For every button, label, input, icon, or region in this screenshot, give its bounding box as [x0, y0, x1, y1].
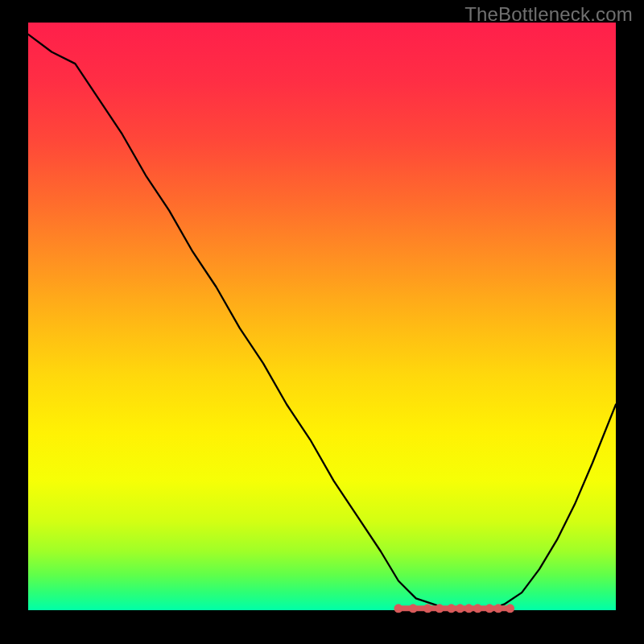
optimal-range-dot	[394, 604, 402, 613]
optimal-range-dot	[506, 604, 514, 613]
optimal-range-dot	[409, 604, 418, 613]
watermark-label: TheBottleneck.com	[464, 3, 633, 26]
optimal-range-dot	[423, 604, 432, 613]
optimal-range-dot	[494, 604, 503, 613]
optimal-range-dot	[473, 604, 482, 613]
bottleneck-chart: TheBottleneck.com	[0, 0, 644, 644]
chart-gradient-bg	[28, 23, 616, 610]
optimal-range-dot	[456, 604, 464, 613]
optimal-range-dot	[485, 604, 494, 613]
optimal-range-dot	[447, 604, 456, 613]
optimal-range-dot	[436, 604, 444, 613]
optimal-range-dot	[464, 604, 473, 613]
chart-canvas	[0, 0, 644, 644]
